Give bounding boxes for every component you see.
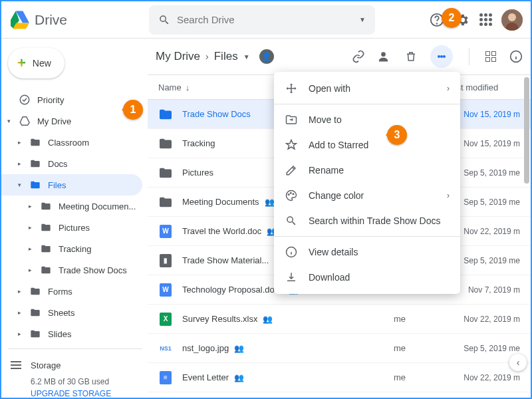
menu-search-within[interactable]: Search within Trade Show Docs [274, 208, 460, 233]
sidebar-item-meeting-documents[interactable]: ▸Meeting Documen... [1, 196, 142, 217]
table-row[interactable]: X Survey Results.xlsx 👥 me Nov 22, 2019 … [148, 305, 531, 334]
svg-point-4 [20, 95, 29, 104]
folder-icon [40, 244, 52, 253]
expand-icon[interactable]: ▸ [16, 309, 23, 316]
menu-change-color[interactable]: Change color › [274, 183, 460, 208]
crumb-my-drive[interactable]: My Drive [156, 50, 200, 63]
folder-icon [29, 308, 41, 317]
chevron-down-icon[interactable]: ▼ [243, 53, 250, 61]
folder-icon [29, 159, 41, 168]
avatar[interactable] [501, 9, 523, 31]
table-row[interactable]: NS1 nst_logo.jpg 👥 me Sep 5, 2019 me [148, 334, 531, 363]
file-owner: me [394, 343, 447, 353]
menu-add-to-starred[interactable]: Add to Starred [274, 132, 460, 158]
search-dropdown-icon[interactable]: ▼ [359, 16, 366, 23]
folder-icon [29, 180, 41, 190]
more-actions-button[interactable] [430, 45, 453, 68]
svg-point-5 [381, 52, 386, 57]
annotation-badge-1: 1 [123, 100, 143, 120]
grid-view-icon[interactable] [485, 51, 496, 62]
folder-icon [40, 201, 52, 211]
chevron-right-icon: › [447, 84, 450, 93]
separator [469, 48, 469, 65]
sidebar-item-files[interactable]: ▾Files [1, 174, 142, 196]
new-button[interactable]: + New [8, 48, 65, 78]
file-icon: X [158, 312, 173, 327]
file-name: Survey Results.xlsx 👥 [182, 314, 394, 324]
menu-open-with[interactable]: Open with › [274, 76, 460, 101]
svg-point-9 [293, 194, 294, 195]
app-name: Drive [35, 12, 67, 28]
expand-icon[interactable]: ▸ [27, 245, 33, 252]
scrollbar[interactable] [524, 77, 529, 184]
svg-point-7 [289, 194, 290, 196]
expand-icon[interactable]: ▸ [16, 288, 23, 295]
palette-icon [285, 190, 298, 201]
svg-point-8 [291, 193, 292, 194]
storage-icon [11, 361, 21, 369]
sidebar-item-docs[interactable]: ▸Docs [1, 153, 142, 174]
sidebar-item-classroom[interactable]: ▸Classroom [1, 132, 142, 153]
logo-area[interactable]: Drive [9, 11, 142, 29]
file-modified: Nov 22, 2019 m [447, 373, 520, 382]
shared-icon: 👥 [263, 315, 273, 324]
expand-icon[interactable]: ▸ [16, 331, 23, 337]
storage-usage: 6.2 MB of 30 GB used [1, 377, 142, 386]
trash-icon[interactable] [405, 50, 417, 63]
svg-point-1 [437, 23, 438, 24]
crumb-files[interactable]: Files [214, 50, 238, 63]
file-modified: Sep 5, 2019 me [447, 344, 520, 353]
shared-icon: 👥 [234, 344, 244, 353]
file-name: nst_logo.jpg 👥 [182, 343, 394, 353]
expand-icon[interactable]: ▸ [16, 139, 23, 146]
priority-icon [19, 94, 31, 106]
drive-logo-icon [9, 11, 29, 29]
link-icon[interactable] [352, 50, 365, 63]
menu-view-details[interactable]: View details [274, 239, 460, 265]
table-row[interactable]: ≡ Event Letter 👥 me Nov 22, 2019 m [148, 363, 531, 392]
file-icon: W [158, 224, 173, 239]
file-modified: Nov 22, 2019 m [447, 315, 520, 324]
rename-icon [285, 164, 298, 176]
breadcrumb: My Drive › Files ▼ 👤 [156, 49, 274, 64]
sidebar-item-tracking[interactable]: ▸Tracking [1, 238, 142, 259]
file-icon: ≡ [158, 370, 173, 385]
info-icon[interactable] [509, 50, 523, 63]
share-icon[interactable] [378, 50, 392, 63]
sidebar-item-sheets[interactable]: ▸Sheets [1, 302, 142, 323]
folder-icon [40, 223, 52, 232]
sidebar-item-forms[interactable]: ▸Forms [1, 281, 142, 302]
expand-icon[interactable]: ▸ [16, 160, 23, 167]
expand-icon[interactable]: ▸ [27, 267, 33, 273]
sidebar-item-trade-show-docs[interactable]: ▸Trade Show Docs [1, 259, 142, 281]
collapse-icon[interactable]: ▾ [16, 182, 23, 188]
sidebar-item-slides[interactable]: ▸Slides [1, 323, 142, 344]
svg-point-3 [508, 13, 516, 21]
expand-icon[interactable]: ▾ [5, 118, 12, 124]
upgrade-storage-link[interactable]: UPGRADE STORAGE [1, 389, 142, 398]
scroll-right-button[interactable]: ‹ [509, 354, 527, 371]
annotation-badge-3: 3 [387, 125, 407, 145]
folder-icon [40, 265, 52, 275]
star-icon [285, 139, 298, 151]
expand-icon[interactable]: ▸ [27, 224, 33, 231]
sidebar-item-pictures[interactable]: ▸Pictures [1, 217, 142, 238]
shared-users-icon[interactable]: 👤 [259, 49, 274, 64]
toolbar: My Drive › Files ▼ 👤 [148, 39, 531, 74]
menu-download[interactable]: Download [274, 265, 460, 290]
search-bar[interactable]: ▼ [149, 5, 375, 35]
menu-rename[interactable]: Rename [274, 158, 460, 183]
search-input[interactable] [177, 14, 352, 25]
context-menu: Open with › Move to Add to Starred Renam… [274, 72, 460, 294]
info-icon [285, 246, 298, 258]
expand-icon[interactable]: ▸ [27, 203, 33, 209]
folder-icon [29, 287, 41, 296]
menu-move-to[interactable]: Move to [274, 107, 460, 132]
file-name: Event Letter 👥 [182, 372, 394, 382]
sidebar-item-storage[interactable]: Storage [1, 353, 142, 377]
file-icon [158, 136, 173, 151]
download-icon [285, 271, 298, 283]
search-icon [158, 14, 170, 26]
drive-icon [19, 116, 31, 126]
apps-icon[interactable] [479, 13, 492, 26]
